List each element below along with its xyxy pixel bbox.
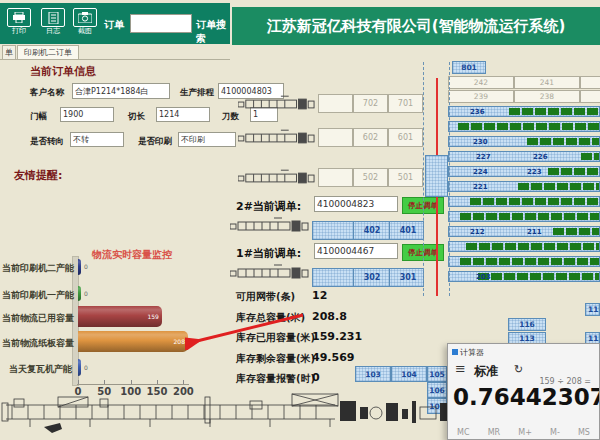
stat-label: 库存剩余容量(米) [236, 352, 315, 366]
exit-conveyor-cell [318, 128, 353, 147]
stat-value: 208.8 [312, 310, 347, 323]
print-button[interactable]: 打印 [6, 8, 32, 38]
history-icon[interactable]: ↻ [514, 363, 523, 376]
chart-bar-value: 208 [174, 338, 185, 345]
stored-board-stack [548, 168, 599, 175]
rack-white-cell: 238 [514, 90, 580, 103]
rack-row-label: 236 [470, 107, 485, 118]
field-label-knives: 刀数 [222, 111, 239, 123]
stored-board-stack [460, 213, 600, 220]
conveyor-machine-icon [230, 213, 310, 239]
shuttle-track-right [449, 62, 450, 296]
conveyor-machine-icon [238, 92, 316, 116]
rack-row-label: 224 [473, 167, 488, 178]
rack-row-230: 230 [448, 136, 600, 147]
top-toolbar: 打印 日志 截图 订单 订单搜索 [0, 3, 230, 44]
dispatch-order-input[interactable] [314, 243, 398, 259]
memory-button-MS[interactable]: MS [578, 428, 590, 437]
order-label: 订单 [104, 18, 124, 32]
rack-cell-801: 801 [452, 61, 486, 74]
memory-button-MC[interactable]: MC [457, 428, 470, 437]
rack-row-label: 230 [473, 137, 488, 148]
rack-white-cell: 242 [448, 76, 514, 89]
rack-row-212: 212211 [448, 226, 600, 237]
rack-row-227: 227226 [448, 151, 600, 162]
stored-board-stack [470, 198, 599, 205]
chart-category-label: 当前物流纸板容量 [2, 337, 72, 350]
rack-row-203: 203 [448, 271, 600, 282]
exit-conveyor-cell: 502 [353, 168, 388, 187]
customer-name-field[interactable] [72, 83, 170, 99]
reminder-title: 友情提醒: [14, 168, 62, 183]
chart-bar: 208 [78, 331, 188, 352]
tab-printer2-orders[interactable]: 印刷机二订单 [17, 45, 79, 59]
stored-board-stack [509, 108, 599, 115]
rack-row-label: 227 [476, 152, 491, 163]
dispatch-buffer-cell: 402 [353, 222, 390, 239]
app-title: 江苏新冠亿科技有限公司(智能物流运行系统) [232, 7, 600, 45]
calculator-window[interactable]: 计算器 ≡ 标准 ↻ 159 ÷ 208 = 0.764423076923076… [447, 343, 600, 440]
dispatch-buffer-row: 302301 [312, 268, 424, 287]
field-label-cutlen: 切长 [128, 111, 145, 123]
rack-cell: 105 [427, 366, 447, 382]
stored-board-stack [527, 138, 599, 145]
field-label-turn: 是否转向 [30, 136, 64, 148]
width-field[interactable] [60, 107, 114, 122]
exit-conveyor-cell: 601 [388, 128, 423, 147]
rack-white-cell: 241 [514, 76, 580, 89]
hamburger-menu-icon[interactable]: ≡ [455, 361, 466, 376]
log-button[interactable]: 日志 [40, 8, 66, 38]
stat-label: 可用网带(条) [236, 290, 295, 304]
calculator-mode: 标准 [474, 363, 498, 380]
stored-board-stack [460, 258, 600, 265]
rack-row-label: 226 [533, 152, 548, 163]
chart-category-label: 当天复瓦机产能 [2, 363, 72, 376]
memory-button-row: MCMRM+M-MS [448, 428, 599, 437]
chart-bar [78, 259, 81, 275]
dispatch-order-input[interactable] [314, 196, 398, 212]
rack-row-221: 221 [448, 181, 600, 192]
calculator-app-icon [452, 349, 458, 355]
conveyor-machine-icon [238, 126, 316, 150]
stat-value: 0 [312, 371, 320, 384]
rack-cell: 103 [355, 366, 391, 382]
stored-board-stack [458, 123, 599, 130]
rack-row-236: 236 [448, 106, 600, 117]
exit-conveyor-cell: 702 [353, 94, 388, 113]
stat-value: 159.231 [312, 330, 362, 343]
printer-icon [7, 8, 31, 27]
rack-row-label: 223 [527, 167, 542, 178]
rack-row-label: 212 [470, 227, 485, 238]
log-icon [41, 8, 65, 27]
conveyor-machine-icon [230, 260, 310, 286]
cut-length-field[interactable] [156, 107, 210, 122]
stat-label: 库存容量报警(时) [236, 372, 315, 386]
chart-baseline [77, 384, 189, 385]
rack-row-209 [448, 241, 600, 252]
order-search-button[interactable]: 订单搜索 [196, 18, 230, 46]
chart-bar-value: 0 [84, 290, 88, 297]
tab-printer1-orders[interactable]: 单 [2, 45, 16, 59]
print-field[interactable] [178, 132, 236, 147]
dispatch-buffer-cell: 302 [353, 269, 390, 286]
chart-category-label: 当前物流已用容量 [2, 312, 72, 325]
chart-tick [131, 380, 132, 384]
chart-bar-value: 159 [147, 313, 158, 320]
exit-conveyor-cell [318, 168, 353, 187]
field-label-width: 门幅 [30, 111, 47, 123]
rack-white-cell [580, 76, 600, 89]
memory-button-MR[interactable]: MR [488, 428, 500, 437]
chart-bar-value: 0 [84, 263, 88, 270]
chart-bar-value: 0 [84, 364, 88, 371]
rack-cell: 116 [508, 318, 546, 331]
rack-cell-clipped: 119 [585, 303, 600, 316]
chart-bar: 159 [78, 306, 162, 327]
exit-conveyor-cell: 602 [353, 128, 388, 147]
chart-tick [104, 380, 105, 384]
chart-category-label: 当前印刷机一产能 [2, 289, 72, 302]
screenshot-button[interactable]: 截图 [72, 8, 98, 38]
memory-button-Mplus[interactable]: M+ [518, 428, 532, 437]
order-search-input[interactable] [130, 14, 192, 33]
memory-button-Mminus[interactable]: M- [550, 428, 560, 437]
turn-field[interactable] [70, 132, 124, 147]
